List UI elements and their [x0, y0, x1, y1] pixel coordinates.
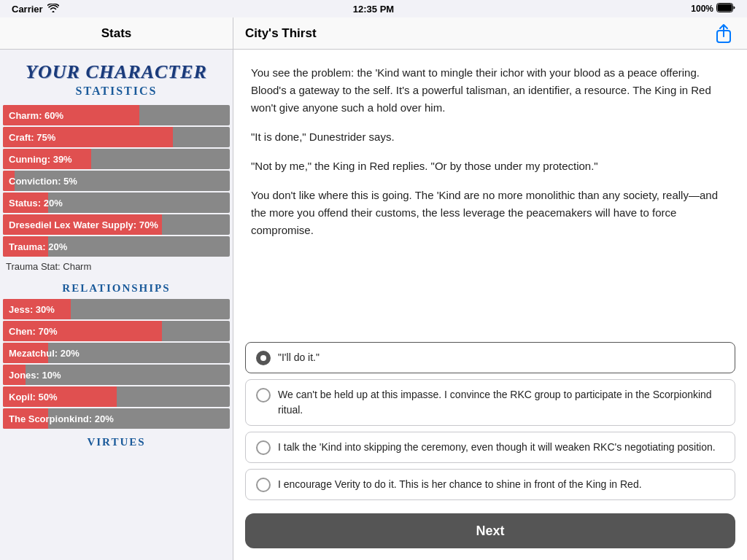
battery-icon: [716, 3, 735, 15]
radio-circle: [256, 478, 271, 492]
content-nav-title: City's Thirst: [245, 26, 317, 41]
status-bar-right: 100%: [691, 3, 735, 15]
next-button[interactable]: Next: [245, 513, 735, 548]
content-area: You see the problem: the 'Kind want to m…: [233, 50, 747, 560]
stat-row: Status: 20%: [3, 192, 230, 213]
status-bar-time: 12:35 PM: [353, 4, 394, 15]
stat-row: Conviction: 5%: [3, 171, 230, 191]
stat-row: Craft: 75%: [3, 127, 230, 147]
share-button[interactable]: [712, 22, 735, 45]
relationships-list: Jess: 30% Chen: 70% Mezatchul: 20% Jones…: [0, 299, 233, 429]
story-paragraph: You see the problem: the 'Kind want to m…: [251, 64, 729, 117]
stat-row: Dresediel Lex Water Supply: 70%: [3, 214, 230, 235]
trauma-stat-label: Trauma Stat: Charm: [0, 258, 233, 275]
stats-nav-title: Stats: [101, 26, 132, 41]
battery-label: 100%: [691, 4, 713, 14]
character-title-block: YOUR CHARACTER STATISTICS: [0, 50, 233, 104]
radio-circle: [256, 388, 271, 402]
relationship-row: Kopil: 50%: [3, 386, 230, 407]
relationship-row: Chen: 70%: [3, 321, 230, 341]
status-bar: Carrier 12:35 PM 100%: [0, 0, 747, 18]
relationship-row: Jones: 10%: [3, 365, 230, 385]
relationships-title: RELATIONSHIPS: [0, 275, 233, 298]
story-paragraph: "Not by me," the King in Red replies. "O…: [251, 158, 729, 175]
sidebar: YOUR CHARACTER STATISTICS Charm: 60% Cra…: [0, 50, 233, 560]
character-title: YOUR CHARACTER: [6, 61, 227, 83]
stat-row: Cunning: 39%: [3, 149, 230, 169]
choice-option[interactable]: "I'll do it.": [245, 342, 735, 373]
nav-left: Stats: [0, 18, 233, 49]
virtues-title: VIRTUES: [0, 430, 233, 451]
choice-text: I talk the 'Kind into skipping the cerem…: [278, 440, 716, 455]
nav-bar: Stats City's Thirst: [0, 18, 747, 50]
radio-circle: [256, 351, 271, 365]
wifi-icon: [47, 4, 59, 15]
stat-row: Charm: 60%: [3, 105, 230, 125]
story-paragraph: "It is done," Dunestrider says.: [251, 128, 729, 146]
relationship-row: Mezatchul: 20%: [3, 343, 230, 363]
nav-right: City's Thirst: [233, 18, 747, 49]
relationship-row: The Scorpionkind: 20%: [3, 408, 230, 429]
story-paragraph: You don't like where this is going. The …: [251, 187, 729, 239]
character-subtitle: STATISTICS: [6, 85, 227, 98]
radio-circle: [256, 440, 271, 455]
choice-text: I encourage Verity to do it. This is her…: [278, 477, 642, 492]
choice-text: We can't be held up at this impasse. I c…: [278, 387, 724, 418]
choice-option[interactable]: We can't be held up at this impasse. I c…: [245, 379, 735, 426]
relationship-row: Jess: 30%: [3, 299, 230, 319]
choice-text: "I'll do it.": [278, 350, 320, 365]
svg-rect-1: [718, 4, 732, 12]
story-text: You see the problem: the 'Kind want to m…: [233, 50, 747, 336]
status-bar-left: Carrier: [12, 4, 59, 15]
choice-option[interactable]: I talk the 'Kind into skipping the cerem…: [245, 432, 735, 463]
carrier-label: Carrier: [12, 4, 43, 15]
stat-row: Trauma: 20%: [3, 236, 230, 257]
choice-option[interactable]: I encourage Verity to do it. This is her…: [245, 469, 735, 500]
main-layout: YOUR CHARACTER STATISTICS Charm: 60% Cra…: [0, 50, 747, 560]
stats-list: Charm: 60% Craft: 75% Cunning: 39% Convi…: [0, 105, 233, 257]
choices-area: "I'll do it." We can't be held up at thi…: [233, 336, 747, 506]
